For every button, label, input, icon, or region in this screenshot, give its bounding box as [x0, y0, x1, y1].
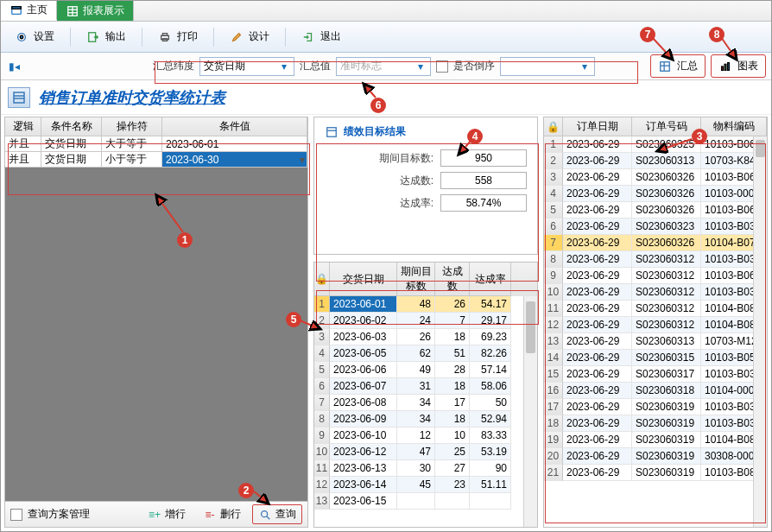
- table-row[interactable]: 112023-06-13302790: [314, 460, 537, 477]
- table-row[interactable]: 82023-06-29S02306031210103-B038C-: [544, 251, 767, 268]
- pencil-icon: [230, 30, 244, 44]
- col-target[interactable]: 期间目标数: [397, 263, 435, 296]
- table-row[interactable]: 172023-06-29S02306031910103-B038-C: [544, 399, 767, 415]
- col-logic: 逻辑: [5, 117, 41, 136]
- col-name: 条件名称: [41, 117, 102, 136]
- scrollbar[interactable]: [753, 136, 767, 527]
- col-orderdate[interactable]: 订单日期: [563, 117, 632, 136]
- dim-value: 交货日期: [204, 59, 278, 73]
- btn-label: 查询: [275, 507, 296, 522]
- table-row[interactable]: 42023-06-05625182.26: [314, 345, 537, 362]
- col-orderno[interactable]: 订单号码: [632, 117, 701, 136]
- table-row[interactable]: 122023-06-29S02306031210104-B087-C: [544, 317, 767, 333]
- plan-checkbox[interactable]: [10, 509, 22, 521]
- table-row[interactable]: 72023-06-08341750: [314, 395, 537, 411]
- reverse-checkbox[interactable]: [436, 60, 448, 73]
- add-row-button[interactable]: ≡+增行: [142, 504, 192, 524]
- col-rate[interactable]: 达成率: [470, 263, 511, 296]
- table-row[interactable]: 22023-06-0224729.17: [314, 313, 537, 329]
- gear-icon: [15, 30, 28, 44]
- chevron-down-icon[interactable]: ▾: [414, 60, 427, 73]
- pager-first[interactable]: ▮◂: [6, 58, 22, 75]
- sort-combo[interactable]: ▾: [500, 57, 595, 76]
- design-button[interactable]: 设计: [223, 26, 276, 48]
- plan-label[interactable]: 查询方案管理: [28, 507, 90, 522]
- cond-row[interactable]: 并且交货日期大于等于2023-06-01: [5, 136, 307, 152]
- chart-button[interactable]: 图表: [711, 54, 766, 78]
- kpi-value: 558: [440, 172, 527, 189]
- col-op: 操作符: [102, 117, 162, 136]
- table-row[interactable]: 62023-06-29S02306032310103-B033-C: [544, 218, 767, 235]
- tab-home[interactable]: 主页: [1, 1, 57, 21]
- scroll-thumb[interactable]: [526, 301, 535, 353]
- dim-label: 汇总纬度: [153, 59, 194, 73]
- table-row[interactable]: 202023-06-29S02306031930308-0000-C: [544, 448, 767, 465]
- svg-line-22: [267, 516, 270, 519]
- table-row[interactable]: 102023-06-12472553.19: [314, 444, 537, 460]
- col-done[interactable]: 达成数: [435, 263, 470, 296]
- chevron-down-icon[interactable]: ▾: [300, 154, 305, 166]
- col-material[interactable]: 物料编码: [701, 117, 767, 136]
- svg-rect-17: [728, 62, 730, 70]
- condition-pane: 逻辑 条件名称 操作符 条件值 并且交货日期大于等于2023-06-01并且交货…: [4, 117, 308, 528]
- table-row[interactable]: 52023-06-06492857.14: [314, 362, 537, 378]
- dim-combo[interactable]: 交货日期▾: [199, 57, 294, 76]
- home-icon: [9, 3, 23, 17]
- table-row[interactable]: 12023-06-01482654.17: [314, 296, 537, 313]
- tbtn-label: 打印: [177, 29, 198, 44]
- table-row[interactable]: 102023-06-29S02306031210103-B035-C: [544, 284, 767, 301]
- svg-rect-15: [722, 66, 724, 70]
- table-row[interactable]: 212023-06-29S02306031910103-B089T-: [544, 465, 767, 481]
- scroll-thumb[interactable]: [756, 140, 765, 157]
- table-row[interactable]: 112023-06-29S02306031210104-B087-C: [544, 301, 767, 317]
- table-row[interactable]: 132023-06-29S02306031310703-M120-C: [544, 333, 767, 350]
- table-row[interactable]: 122023-06-14452351.11: [314, 477, 537, 493]
- chart-label: 图表: [737, 59, 758, 73]
- chevron-down-icon[interactable]: ▾: [579, 60, 591, 73]
- report-title-row: 销售订单准时交货率统计表: [1, 80, 771, 115]
- settings-button[interactable]: 设置: [8, 26, 61, 48]
- print-button[interactable]: 打印: [151, 26, 205, 48]
- table-row[interactable]: 72023-06-29S02306032610104-B072-C: [544, 235, 767, 251]
- target-icon: [325, 125, 339, 139]
- tbtn-label: 输出: [105, 29, 126, 44]
- table-row[interactable]: 92023-06-29S02306031210103-B066T-: [544, 268, 767, 284]
- del-row-button[interactable]: ≡-删行: [197, 504, 247, 524]
- tab-report[interactable]: 报表展示: [57, 1, 134, 21]
- table-row[interactable]: 62023-06-07311858.06: [314, 378, 537, 395]
- tab-bar: 主页 报表展示: [1, 1, 771, 22]
- export-button[interactable]: 输出: [79, 26, 133, 48]
- table-row[interactable]: 12023-06-29S02306032510103-B066T-: [544, 136, 767, 153]
- export-icon: [86, 30, 100, 44]
- scrollbar[interactable]: [523, 296, 537, 527]
- chevron-down-icon[interactable]: ▾: [278, 60, 290, 73]
- table-row[interactable]: 22023-06-29S02306031310703-K845-C: [544, 153, 767, 169]
- table-row[interactable]: 132023-06-15: [314, 493, 537, 510]
- cond-empty-area: [5, 168, 307, 501]
- val-combo[interactable]: 准时标志▾: [336, 57, 431, 76]
- table-row[interactable]: 92023-06-10121083.33: [314, 428, 537, 444]
- report-title: 销售订单准时交货率统计表: [39, 87, 225, 108]
- table-row[interactable]: 32023-06-29S02306032610103-B066-C: [544, 169, 767, 186]
- table-row[interactable]: 42023-06-29S02306032610103-0009-4: [544, 186, 767, 202]
- table-row[interactable]: 32023-06-03261869.23: [314, 329, 537, 345]
- cond-row[interactable]: 并且交货日期小于等于2023-06-30▾: [5, 152, 307, 168]
- reverse-label: 是否倒序: [453, 59, 495, 73]
- table-row[interactable]: 82023-06-09341852.94: [314, 411, 537, 428]
- query-button[interactable]: 查询: [252, 504, 302, 524]
- detail-grid: 🔒 订单日期 订单号码 物料编码 12023-06-29S02306032510…: [543, 117, 768, 528]
- table-row[interactable]: 52023-06-29S02306032610103-B066-C: [544, 202, 767, 218]
- summary-label: 汇总: [677, 59, 698, 73]
- separator: [70, 28, 71, 47]
- svg-rect-1: [12, 6, 22, 9]
- table-row[interactable]: 182023-06-29S02306031910103-B033PI: [544, 415, 767, 432]
- table-row[interactable]: 192023-06-29S02306031910104-B087-C: [544, 432, 767, 448]
- summary-button[interactable]: 汇总: [650, 54, 706, 78]
- table-row[interactable]: 142023-06-29S02306031510103-B055-C: [544, 350, 767, 366]
- table-row[interactable]: 162023-06-29S02306031810104-0009-C: [544, 383, 767, 399]
- exit-button[interactable]: 退出: [294, 26, 348, 48]
- table-row[interactable]: 152023-06-29S02306031710103-B038C-: [544, 366, 767, 383]
- col-date[interactable]: 交货日期: [330, 263, 397, 296]
- add-row-icon: ≡+: [148, 508, 161, 522]
- tab-home-label: 主页: [27, 3, 47, 17]
